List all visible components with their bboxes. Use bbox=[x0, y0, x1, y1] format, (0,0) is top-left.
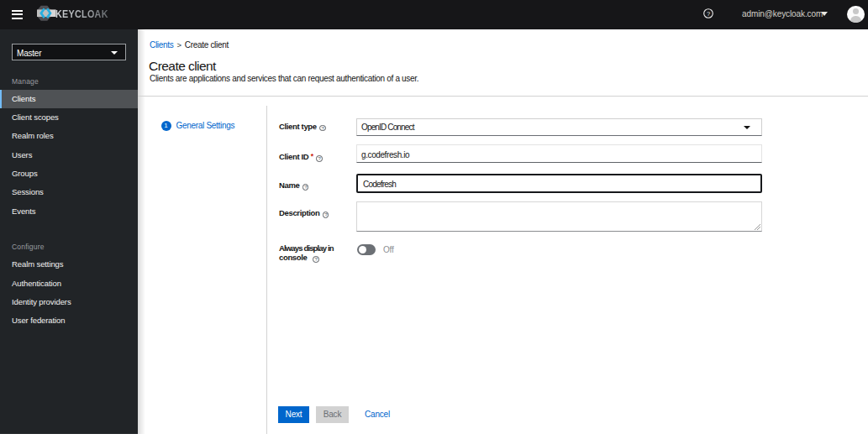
svg-text:?: ? bbox=[707, 10, 710, 18]
